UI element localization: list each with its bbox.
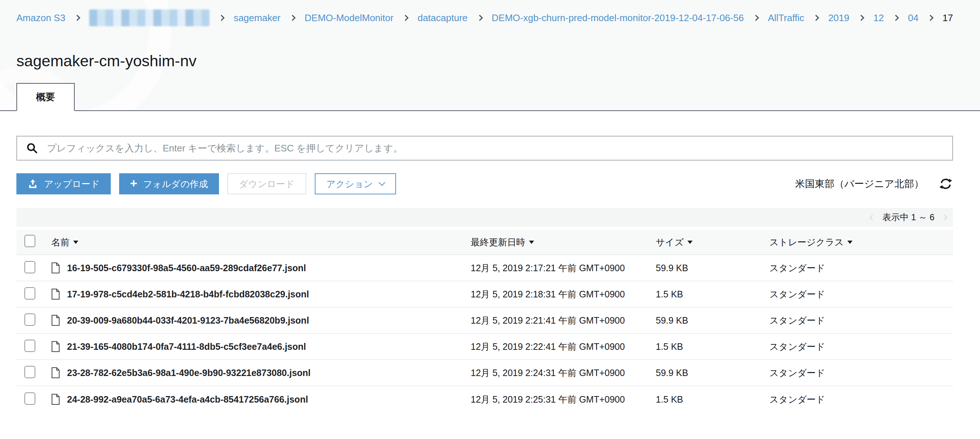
search-input[interactable] [47, 143, 943, 154]
sort-caret-icon [529, 241, 534, 244]
next-page-icon[interactable] [942, 214, 948, 220]
file-icon [50, 393, 60, 406]
row-checkbox[interactable] [24, 314, 35, 326]
download-button[interactable]: ダウンロード [228, 173, 306, 194]
breadcrumb: Amazon S3sagemakerDEMO-ModelMonitordatac… [0, 0, 980, 26]
refresh-icon[interactable] [939, 177, 952, 190]
storage-class-value: スタンダード [769, 393, 953, 406]
breadcrumb-item-Amazon S3[interactable]: Amazon S3 [16, 12, 65, 24]
size-value: 59.9 KB [656, 368, 769, 378]
storage-class-value: スタンダード [769, 314, 953, 326]
upload-button[interactable]: アップロード [16, 173, 111, 194]
storage-class-value: スタンダード [769, 367, 953, 379]
breadcrumb-item-04[interactable]: 04 [908, 12, 918, 24]
region-group: 米国東部（バージニア北部） [795, 177, 952, 190]
last-modified-value: 12月 5, 2019 2:25:31 午前 GMT+0900 [471, 393, 656, 406]
last-modified-value: 12月 5, 2019 2:24:31 午前 GMT+0900 [471, 367, 656, 379]
object-list: 16-19-505-c679330f-98a5-4560-aa59-289cda… [16, 255, 953, 412]
breadcrumb-bucket-redacted[interactable] [89, 10, 210, 26]
sort-by-last-modified[interactable]: 最終更新日時 [471, 236, 534, 248]
select-all-checkbox[interactable] [24, 235, 35, 247]
row-checkbox[interactable] [24, 392, 35, 405]
download-button-label: ダウンロード [239, 178, 295, 190]
showing-count: 表示中 1 ～ 6 [882, 211, 934, 223]
table-row: 17-19-978-c5cd4eb2-581b-4218-b4bf-fcbd82… [16, 281, 953, 307]
toolbar: アップロード + フォルダの作成 ダウンロード アクション 米国東部（バージニア… [16, 173, 953, 194]
object-name-link[interactable]: 16-19-505-c679330f-98a5-4560-aa59-289cda… [67, 263, 306, 273]
create-folder-button-label: フォルダの作成 [143, 178, 208, 190]
object-name-link[interactable]: 23-28-782-62e5b3a6-98a1-490e-9b90-93221e… [67, 368, 311, 378]
table-row: 23-28-782-62e5b3a6-98a1-490e-9b90-93221e… [16, 360, 953, 386]
breadcrumb-separator-icon [74, 15, 81, 21]
sort-by-name[interactable]: 名前 [51, 236, 78, 248]
breadcrumb-item-datacapture[interactable]: datacapture [417, 12, 468, 24]
sort-by-size[interactable]: サイズ [656, 236, 692, 248]
actions-dropdown-button[interactable]: アクション [315, 173, 396, 194]
tab-overview[interactable]: 概要 [16, 83, 75, 111]
breadcrumb-item-17: 17 [942, 12, 953, 24]
size-value: 59.9 KB [656, 263, 769, 273]
breadcrumb-separator-icon [893, 15, 899, 21]
object-name-link[interactable]: 17-19-978-c5cd4eb2-581b-4218-b4bf-fcbd82… [67, 289, 309, 300]
breadcrumb-item-DEMO-ModelMonitor[interactable]: DEMO-ModelMonitor [305, 12, 393, 24]
region-label: 米国東部（バージニア北部） [795, 177, 924, 190]
table-row: 20-39-009-9a680b44-033f-4201-9123-7ba4e5… [16, 307, 953, 334]
main-content: アップロード + フォルダの作成 ダウンロード アクション 米国東部（バージニア… [0, 136, 980, 412]
last-modified-value: 12月 5, 2019 2:17:21 午前 GMT+0900 [471, 262, 656, 274]
sort-caret-icon [73, 241, 78, 244]
last-modified-value: 12月 5, 2019 2:18:31 午前 GMT+0900 [471, 288, 656, 300]
previous-page-icon[interactable] [870, 214, 875, 220]
row-checkbox[interactable] [24, 366, 35, 378]
size-value: 1.5 KB [656, 341, 769, 352]
row-checkbox[interactable] [24, 287, 35, 300]
table-row: 24-28-992-a9ea70a5-6a73-4efa-a4cb-854172… [16, 386, 953, 412]
size-value: 59.9 KB [656, 315, 769, 326]
breadcrumb-separator-icon [813, 15, 819, 21]
breadcrumb-separator-icon [219, 15, 225, 21]
breadcrumb-separator-icon [477, 15, 483, 21]
page-title: sagemaker-cm-yoshim-nv [16, 52, 964, 70]
breadcrumb-separator-icon [858, 15, 864, 21]
file-icon [50, 340, 60, 353]
breadcrumb-separator-icon [290, 15, 296, 21]
breadcrumb-separator-icon [402, 15, 409, 21]
create-folder-button[interactable]: + フォルダの作成 [119, 173, 219, 194]
last-modified-value: 12月 5, 2019 2:22:41 午前 GMT+0900 [471, 341, 656, 353]
prefix-search-bar [16, 136, 953, 160]
file-icon [50, 366, 60, 379]
breadcrumb-item-AllTraffic[interactable]: AllTraffic [768, 12, 804, 24]
storage-class-value: スタンダード [769, 341, 953, 353]
upload-icon [27, 178, 38, 189]
breadcrumb-item-DEMO-xgb-churn-pred-model-monitor-2019-12-04-17-06-56[interactable]: DEMO-xgb-churn-pred-model-monitor-2019-1… [492, 12, 744, 24]
storage-class-value: スタンダード [769, 288, 953, 300]
file-icon [50, 314, 60, 326]
breadcrumb-separator-icon [752, 15, 759, 21]
storage-class-value: スタンダード [769, 262, 953, 274]
object-name-link[interactable]: 20-39-009-9a680b44-033f-4201-9123-7ba4e5… [67, 315, 309, 326]
file-icon [50, 262, 60, 274]
row-checkbox[interactable] [24, 340, 35, 352]
size-value: 1.5 KB [656, 289, 769, 300]
breadcrumb-item-sagemaker[interactable]: sagemaker [234, 12, 280, 24]
table-row: 16-19-505-c679330f-98a5-4560-aa59-289cda… [16, 255, 953, 281]
row-checkbox[interactable] [24, 261, 35, 273]
object-name-link[interactable]: 24-28-992-a9ea70a5-6a73-4efa-a4cb-854172… [67, 394, 308, 405]
sort-caret-icon [687, 241, 692, 244]
pagination-strip: 表示中 1 ～ 6 [16, 208, 953, 227]
breadcrumb-separator-icon [928, 15, 934, 21]
name-column-header: 名前 [51, 236, 70, 248]
last-modified-value: 12月 5, 2019 2:21:41 午前 GMT+0900 [471, 314, 656, 326]
tab-bar: 概要 [0, 83, 980, 110]
sort-caret-icon [847, 241, 853, 244]
size-value: 1.5 KB [656, 394, 769, 405]
file-icon [50, 288, 60, 300]
chevron-down-icon [379, 179, 385, 185]
breadcrumb-item-2019[interactable]: 2019 [828, 12, 849, 24]
object-name-link[interactable]: 21-39-165-4080b174-0fa7-4111-8db5-c5cf3e… [67, 341, 306, 352]
table-header-row: 名前 最終更新日時 サイズ ストレージクラス [16, 230, 953, 255]
size-column-header: サイズ [656, 236, 684, 248]
sort-by-storage-class[interactable]: ストレージクラス [769, 236, 853, 248]
breadcrumb-item-12[interactable]: 12 [873, 12, 884, 24]
actions-button-label: アクション [326, 178, 373, 190]
table-row: 21-39-165-4080b174-0fa7-4111-8db5-c5cf3e… [16, 334, 953, 360]
